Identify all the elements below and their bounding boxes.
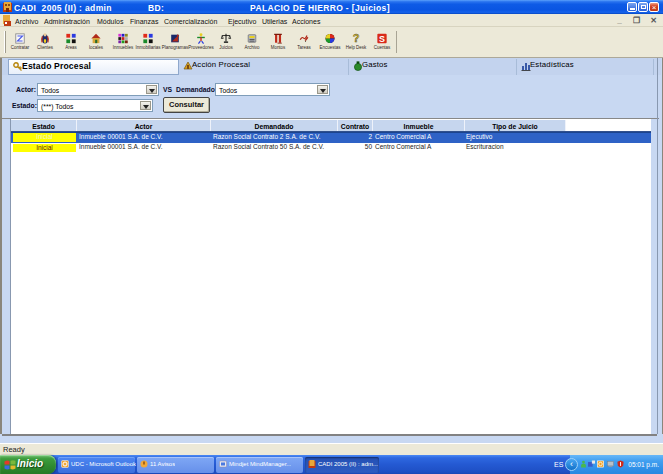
svg-text:?: ? <box>353 33 360 44</box>
svg-text:S: S <box>379 34 385 44</box>
